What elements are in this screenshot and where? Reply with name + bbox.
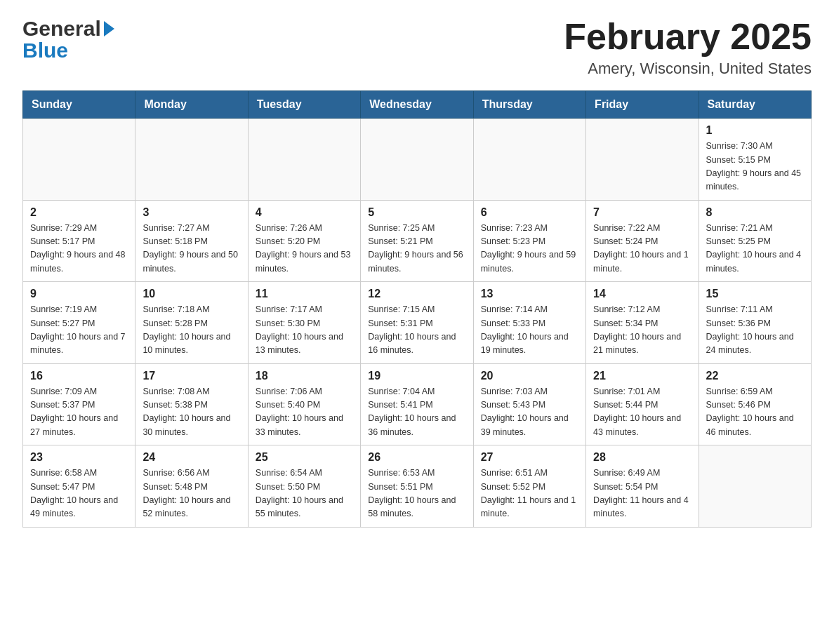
title-block: February 2025 Amery, Wisconsin, United S… [564, 17, 812, 78]
day-number: 23 [30, 451, 128, 464]
day-number: 27 [481, 451, 578, 464]
day-number: 18 [256, 370, 353, 382]
calendar-cell-w2-d1: 10Sunrise: 7:18 AMSunset: 5:28 PMDayligh… [135, 282, 248, 364]
calendar-cell-w1-d2: 4Sunrise: 7:26 AMSunset: 5:20 PMDaylight… [248, 200, 360, 282]
day-number: 17 [143, 370, 240, 382]
day-number: 20 [481, 370, 578, 382]
calendar-cell-w1-d6: 8Sunrise: 7:21 AMSunset: 5:25 PMDaylight… [699, 200, 811, 282]
day-info: Sunrise: 6:49 AMSunset: 5:54 PMDaylight:… [593, 467, 691, 521]
calendar-cell-w4-d0: 23Sunrise: 6:58 AMSunset: 5:47 PMDayligh… [23, 445, 135, 528]
day-number: 11 [256, 288, 353, 300]
day-info: Sunrise: 7:17 AMSunset: 5:30 PMDaylight:… [256, 303, 353, 358]
week-row-3: 16Sunrise: 7:09 AMSunset: 5:37 PMDayligh… [23, 363, 812, 445]
calendar-cell-w2-d2: 11Sunrise: 7:17 AMSunset: 5:30 PMDayligh… [248, 282, 360, 364]
calendar-cell-w0-d6: 1Sunrise: 7:30 AMSunset: 5:15 PMDaylight… [699, 119, 811, 201]
logo: General Blue [22, 17, 114, 62]
day-number: 13 [481, 288, 578, 300]
day-info: Sunrise: 7:22 AMSunset: 5:24 PMDaylight:… [593, 222, 691, 276]
day-info: Sunrise: 7:15 AMSunset: 5:31 PMDaylight:… [368, 303, 465, 358]
day-info: Sunrise: 7:27 AMSunset: 5:18 PMDaylight:… [143, 222, 240, 276]
header-tuesday: Tuesday [248, 91, 360, 119]
day-number: 22 [706, 370, 804, 382]
day-number: 8 [706, 206, 804, 219]
calendar-cell-w3-d3: 19Sunrise: 7:04 AMSunset: 5:41 PMDayligh… [361, 363, 473, 445]
weekday-header-row: Sunday Monday Tuesday Wednesday Thursday… [23, 91, 812, 119]
calendar-cell-w4-d1: 24Sunrise: 6:56 AMSunset: 5:48 PMDayligh… [135, 445, 248, 528]
calendar-cell-w3-d6: 22Sunrise: 6:59 AMSunset: 5:46 PMDayligh… [699, 363, 811, 445]
day-number: 1 [706, 124, 804, 137]
calendar-cell-w2-d5: 14Sunrise: 7:12 AMSunset: 5:34 PMDayligh… [586, 282, 699, 364]
calendar-cell-w3-d4: 20Sunrise: 7:03 AMSunset: 5:43 PMDayligh… [473, 363, 585, 445]
calendar-cell-w0-d4 [473, 119, 585, 201]
day-info: Sunrise: 7:21 AMSunset: 5:25 PMDaylight:… [706, 222, 804, 276]
header-wednesday: Wednesday [361, 91, 473, 119]
calendar-cell-w4-d5: 28Sunrise: 6:49 AMSunset: 5:54 PMDayligh… [586, 445, 699, 528]
day-info: Sunrise: 7:30 AMSunset: 5:15 PMDaylight:… [706, 140, 804, 194]
calendar-cell-w3-d0: 16Sunrise: 7:09 AMSunset: 5:37 PMDayligh… [23, 363, 135, 445]
calendar-cell-w1-d0: 2Sunrise: 7:29 AMSunset: 5:17 PMDaylight… [23, 200, 135, 282]
calendar-subtitle: Amery, Wisconsin, United States [564, 60, 812, 78]
calendar-cell-w3-d2: 18Sunrise: 7:06 AMSunset: 5:40 PMDayligh… [248, 363, 360, 445]
week-row-0: 1Sunrise: 7:30 AMSunset: 5:15 PMDaylight… [23, 119, 812, 201]
day-info: Sunrise: 7:12 AMSunset: 5:34 PMDaylight:… [593, 303, 691, 358]
calendar-cell-w0-d1 [135, 119, 248, 201]
calendar-cell-w3-d1: 17Sunrise: 7:08 AMSunset: 5:38 PMDayligh… [135, 363, 248, 445]
calendar-cell-w1-d3: 5Sunrise: 7:25 AMSunset: 5:21 PMDaylight… [361, 200, 473, 282]
week-row-2: 9Sunrise: 7:19 AMSunset: 5:27 PMDaylight… [23, 282, 812, 364]
calendar-cell-w4-d4: 27Sunrise: 6:51 AMSunset: 5:52 PMDayligh… [473, 445, 585, 528]
day-info: Sunrise: 6:54 AMSunset: 5:50 PMDaylight:… [256, 467, 353, 521]
calendar-title: February 2025 [564, 17, 812, 57]
header-monday: Monday [135, 91, 248, 119]
day-info: Sunrise: 7:14 AMSunset: 5:33 PMDaylight:… [481, 303, 578, 358]
day-number: 19 [368, 370, 465, 382]
day-info: Sunrise: 6:59 AMSunset: 5:46 PMDaylight:… [706, 385, 804, 440]
day-number: 10 [143, 288, 240, 300]
calendar-cell-w1-d5: 7Sunrise: 7:22 AMSunset: 5:24 PMDaylight… [586, 200, 699, 282]
week-row-1: 2Sunrise: 7:29 AMSunset: 5:17 PMDaylight… [23, 200, 812, 282]
day-number: 24 [143, 451, 240, 464]
calendar-cell-w4-d6 [699, 445, 811, 528]
calendar-cell-w1-d1: 3Sunrise: 7:27 AMSunset: 5:18 PMDaylight… [135, 200, 248, 282]
calendar-cell-w2-d3: 12Sunrise: 7:15 AMSunset: 5:31 PMDayligh… [361, 282, 473, 364]
day-info: Sunrise: 7:19 AMSunset: 5:27 PMDaylight:… [30, 303, 128, 358]
calendar-cell-w2-d6: 15Sunrise: 7:11 AMSunset: 5:36 PMDayligh… [699, 282, 811, 364]
day-info: Sunrise: 7:26 AMSunset: 5:20 PMDaylight:… [256, 222, 353, 276]
calendar-cell-w0-d0 [23, 119, 135, 201]
day-number: 2 [30, 206, 128, 219]
day-info: Sunrise: 7:06 AMSunset: 5:40 PMDaylight:… [256, 385, 353, 440]
day-info: Sunrise: 6:53 AMSunset: 5:51 PMDaylight:… [368, 467, 465, 521]
day-info: Sunrise: 7:11 AMSunset: 5:36 PMDaylight:… [706, 303, 804, 358]
day-info: Sunrise: 6:58 AMSunset: 5:47 PMDaylight:… [30, 467, 128, 521]
header-saturday: Saturday [699, 91, 811, 119]
day-number: 16 [30, 370, 128, 382]
day-info: Sunrise: 7:09 AMSunset: 5:37 PMDaylight:… [30, 385, 128, 440]
calendar-cell-w4-d2: 25Sunrise: 6:54 AMSunset: 5:50 PMDayligh… [248, 445, 360, 528]
day-info: Sunrise: 7:04 AMSunset: 5:41 PMDaylight:… [368, 385, 465, 440]
logo-general-text: General [22, 17, 114, 40]
logo-blue-text: Blue [22, 39, 68, 62]
day-number: 21 [593, 370, 691, 382]
day-info: Sunrise: 7:23 AMSunset: 5:23 PMDaylight:… [481, 222, 578, 276]
day-number: 3 [143, 206, 240, 219]
calendar-cell-w2-d4: 13Sunrise: 7:14 AMSunset: 5:33 PMDayligh… [473, 282, 585, 364]
page-header: General Blue February 2025 Amery, Wiscon… [22, 17, 812, 78]
day-info: Sunrise: 7:29 AMSunset: 5:17 PMDaylight:… [30, 222, 128, 276]
day-number: 7 [593, 206, 691, 219]
day-info: Sunrise: 7:18 AMSunset: 5:28 PMDaylight:… [143, 303, 240, 358]
calendar-cell-w1-d4: 6Sunrise: 7:23 AMSunset: 5:23 PMDaylight… [473, 200, 585, 282]
day-number: 5 [368, 206, 465, 219]
day-number: 6 [481, 206, 578, 219]
day-number: 14 [593, 288, 691, 300]
day-number: 28 [593, 451, 691, 464]
calendar-table: Sunday Monday Tuesday Wednesday Thursday… [22, 90, 812, 528]
header-friday: Friday [586, 91, 699, 119]
day-number: 12 [368, 288, 465, 300]
day-number: 25 [256, 451, 353, 464]
day-info: Sunrise: 7:03 AMSunset: 5:43 PMDaylight:… [481, 385, 578, 440]
day-info: Sunrise: 7:08 AMSunset: 5:38 PMDaylight:… [143, 385, 240, 440]
calendar-cell-w3-d5: 21Sunrise: 7:01 AMSunset: 5:44 PMDayligh… [586, 363, 699, 445]
day-number: 15 [706, 288, 804, 300]
day-number: 9 [30, 288, 128, 300]
day-info: Sunrise: 6:51 AMSunset: 5:52 PMDaylight:… [481, 467, 578, 521]
calendar-cell-w0-d3 [361, 119, 473, 201]
